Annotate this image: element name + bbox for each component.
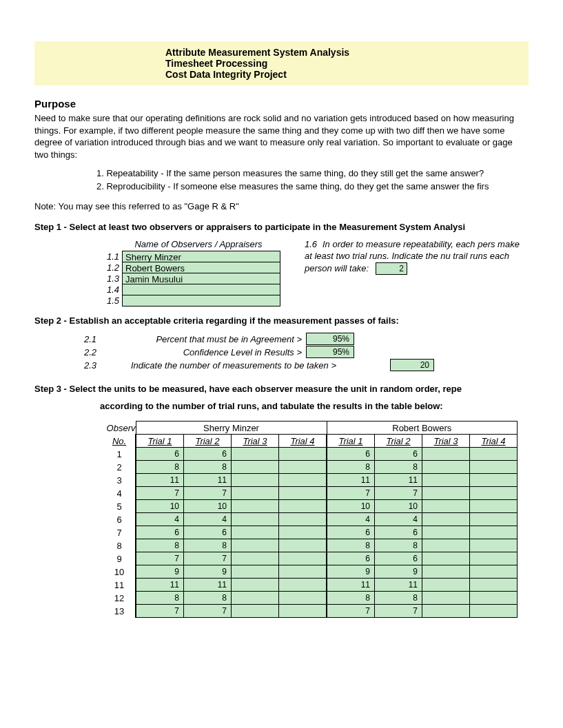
data-cell[interactable]: 6 [327,552,375,565]
data-cell[interactable] [232,605,279,618]
data-cell[interactable] [470,592,518,605]
data-cell[interactable] [279,579,327,592]
data-cell[interactable] [470,579,518,592]
data-cell[interactable] [279,474,327,487]
data-cell[interactable]: 10 [375,500,422,513]
data-cell[interactable]: 10 [184,500,232,513]
data-cell[interactable] [422,605,470,618]
data-cell[interactable]: 8 [136,539,184,552]
data-cell[interactable] [470,539,518,552]
trial-runs-input[interactable]: 2 [376,262,407,275]
data-cell[interactable] [279,487,327,500]
data-cell[interactable] [232,500,279,513]
data-cell[interactable]: 4 [136,513,184,526]
data-cell[interactable] [279,592,327,605]
data-cell[interactable]: 9 [375,565,422,579]
data-cell[interactable]: 8 [375,592,422,605]
data-cell[interactable]: 7 [184,605,232,618]
data-cell[interactable] [279,552,327,565]
data-cell[interactable]: 7 [136,487,184,500]
data-cell[interactable]: 7 [136,552,184,565]
data-cell[interactable] [470,513,518,526]
data-cell[interactable] [279,565,327,579]
data-cell[interactable]: 10 [136,500,184,513]
data-cell[interactable] [232,539,279,552]
data-cell[interactable]: 7 [184,487,232,500]
data-cell[interactable]: 6 [184,526,232,539]
data-cell[interactable] [422,487,470,500]
data-cell[interactable] [232,592,279,605]
data-cell[interactable] [232,552,279,565]
data-cell[interactable]: 8 [375,461,422,474]
data-cell[interactable]: 11 [375,474,422,487]
data-cell[interactable]: 8 [327,539,375,552]
data-cell[interactable]: 9 [136,565,184,579]
data-cell[interactable] [422,448,470,461]
data-cell[interactable]: 9 [327,565,375,579]
data-cell[interactable] [422,513,470,526]
data-cell[interactable] [232,448,279,461]
data-cell[interactable]: 8 [327,461,375,474]
data-cell[interactable]: 4 [184,513,232,526]
data-cell[interactable] [422,461,470,474]
data-cell[interactable] [470,552,518,565]
data-cell[interactable]: 10 [327,500,375,513]
data-cell[interactable] [232,513,279,526]
data-cell[interactable]: 8 [327,592,375,605]
data-cell[interactable] [422,565,470,579]
data-cell[interactable] [470,461,518,474]
data-cell[interactable]: 9 [184,565,232,579]
data-cell[interactable] [470,500,518,513]
data-cell[interactable] [279,500,327,513]
data-cell[interactable]: 7 [327,605,375,618]
data-cell[interactable]: 4 [375,513,422,526]
observer-name-input[interactable]: Robert Bowers [122,262,280,273]
observer-name-input[interactable]: Sherry Minzer [122,251,280,262]
data-cell[interactable]: 11 [327,579,375,592]
data-cell[interactable]: 11 [327,474,375,487]
data-cell[interactable] [279,461,327,474]
data-cell[interactable] [279,526,327,539]
data-cell[interactable]: 7 [327,487,375,500]
data-cell[interactable]: 6 [184,448,232,461]
data-cell[interactable] [232,474,279,487]
data-cell[interactable]: 6 [375,526,422,539]
data-cell[interactable] [279,513,327,526]
data-cell[interactable] [232,565,279,579]
data-cell[interactable]: 8 [136,461,184,474]
crit-2-3-input[interactable]: 20 [390,359,434,371]
data-cell[interactable]: 6 [327,526,375,539]
data-cell[interactable]: 6 [375,448,422,461]
data-cell[interactable]: 11 [136,579,184,592]
data-cell[interactable] [422,500,470,513]
data-cell[interactable]: 6 [136,526,184,539]
data-cell[interactable]: 7 [375,605,422,618]
data-cell[interactable] [470,565,518,579]
data-cell[interactable] [422,526,470,539]
data-cell[interactable]: 11 [136,474,184,487]
data-cell[interactable] [470,448,518,461]
data-cell[interactable]: 7 [136,605,184,618]
data-cell[interactable]: 11 [184,474,232,487]
data-cell[interactable]: 8 [375,539,422,552]
data-cell[interactable] [279,605,327,618]
observer-name-input[interactable] [122,295,280,306]
data-cell[interactable]: 8 [184,461,232,474]
data-cell[interactable]: 6 [327,448,375,461]
data-cell[interactable] [232,487,279,500]
data-cell[interactable] [470,487,518,500]
data-cell[interactable] [470,474,518,487]
data-cell[interactable]: 6 [375,552,422,565]
data-cell[interactable] [422,579,470,592]
data-cell[interactable]: 11 [184,579,232,592]
data-cell[interactable]: 8 [184,539,232,552]
data-cell[interactable]: 8 [136,592,184,605]
observer-name-input[interactable] [122,284,280,295]
data-cell[interactable] [279,539,327,552]
crit-2-1-input[interactable]: 95% [306,333,354,345]
data-cell[interactable] [470,605,518,618]
data-cell[interactable]: 6 [136,448,184,461]
data-cell[interactable]: 8 [184,592,232,605]
data-cell[interactable]: 7 [184,552,232,565]
data-cell[interactable]: 4 [327,513,375,526]
